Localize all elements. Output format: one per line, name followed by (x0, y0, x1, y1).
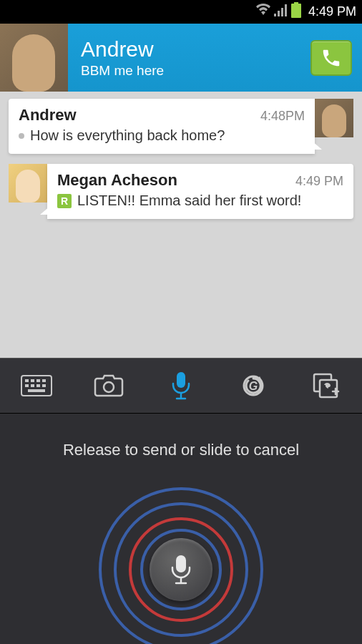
message-bubble[interactable]: Andrew 4:48PM How is everything back hom… (9, 99, 353, 154)
signal-icon (274, 4, 288, 20)
message-time: 4:49 PM (295, 174, 343, 189)
voice-hint: Release to send or slide to cancel (63, 441, 299, 459)
refresh-icon: G (240, 372, 267, 399)
call-button[interactable] (310, 40, 352, 76)
keyboard-icon (21, 375, 52, 396)
status-time: 4:49 PM (308, 4, 356, 19)
keyboard-button[interactable] (15, 364, 58, 407)
svg-text:G: G (249, 380, 258, 392)
glympse-button[interactable]: G (232, 364, 275, 407)
status-bar: 4:49 PM (0, 0, 362, 24)
svg-rect-15 (176, 555, 186, 572)
wifi-icon (255, 4, 271, 20)
message-bubble[interactable]: Megan Acheson 4:49 PM R LISTEN!! Emma sa… (9, 164, 353, 219)
chat-area: Andrew 4:48PM How is everything back hom… (0, 92, 362, 236)
input-toolbar: G (0, 358, 362, 414)
voice-panel: Release to send or slide to cancel (0, 414, 362, 644)
svg-rect-7 (36, 384, 40, 387)
microphone-button[interactable] (160, 364, 202, 407)
svg-rect-11 (177, 372, 185, 388)
svg-rect-4 (42, 379, 46, 382)
camera-button[interactable] (87, 364, 130, 407)
phone-icon (321, 47, 342, 69)
voice-record-button[interactable] (150, 538, 212, 601)
battery-icon (291, 2, 301, 21)
svg-rect-9 (28, 389, 45, 392)
svg-rect-5 (25, 384, 29, 387)
svg-rect-1 (25, 379, 29, 382)
header-text: Andrew BBM me here (68, 37, 310, 79)
message-text: LISTEN!! Emma said her first word! (77, 192, 301, 209)
read-badge-icon: R (57, 194, 72, 208)
microphone-icon (170, 371, 192, 401)
svg-point-10 (104, 382, 114, 392)
message-sender: Megan Acheson (57, 171, 177, 190)
contact-status: BBM me here (81, 63, 310, 79)
header-avatar[interactable] (0, 24, 68, 92)
contact-name: Andrew (81, 37, 310, 62)
mic-rings (99, 495, 263, 644)
svg-rect-3 (36, 379, 40, 382)
microphone-icon (169, 553, 193, 586)
svg-rect-6 (31, 384, 34, 387)
message-time: 4:48PM (260, 109, 305, 124)
attach-button[interactable] (304, 364, 347, 407)
svg-rect-8 (42, 384, 46, 387)
chat-header: Andrew BBM me here (0, 24, 362, 92)
message-sender: Andrew (19, 106, 77, 125)
svg-rect-2 (31, 379, 34, 382)
dot-icon (19, 133, 24, 139)
attach-icon (311, 371, 340, 400)
message-avatar[interactable] (9, 164, 47, 203)
message-avatar[interactable] (315, 99, 353, 137)
message-text: How is everything back home? (30, 127, 225, 144)
camera-icon (94, 374, 124, 398)
